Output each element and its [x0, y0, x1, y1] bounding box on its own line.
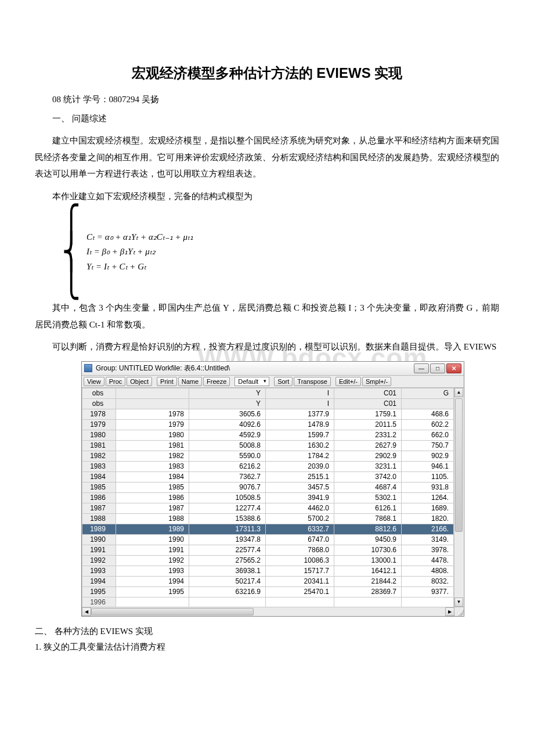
row-obs[interactable]: 1986: [82, 492, 116, 503]
cell[interactable]: 7868.1: [334, 513, 402, 524]
cell[interactable]: 1992: [116, 555, 189, 566]
cell[interactable]: 1991: [116, 545, 189, 555]
cell[interactable]: 2166.: [402, 524, 454, 534]
cell[interactable]: 3978.: [402, 545, 454, 555]
cell[interactable]: 1988: [116, 513, 189, 524]
cell[interactable]: 15388.6: [189, 513, 266, 524]
smpl-toggle-button[interactable]: Smpl+/-: [362, 377, 391, 386]
cell[interactable]: 19347.8: [189, 534, 266, 545]
scroll-down-icon[interactable]: ▼: [454, 597, 463, 607]
cell[interactable]: 1599.7: [266, 430, 334, 440]
table-row[interactable]: 1994199450217.420341.121844.28032.: [82, 576, 454, 586]
col-obs-header-2[interactable]: obs: [82, 398, 116, 409]
row-obs[interactable]: 1987: [82, 503, 116, 513]
cell[interactable]: 1377.9: [266, 409, 334, 419]
cell[interactable]: 21844.2: [334, 576, 402, 586]
cell[interactable]: 902.9: [402, 451, 454, 461]
row-obs[interactable]: 1991: [82, 545, 116, 555]
table-row[interactable]: 198319836216.22039.03231.1946.1: [82, 461, 454, 471]
row-obs[interactable]: 1985: [82, 482, 116, 492]
cell[interactable]: 1984: [116, 471, 189, 482]
cell[interactable]: 13000.1: [334, 555, 402, 566]
cell[interactable]: 5700.2: [266, 513, 334, 524]
edit-toggle-button[interactable]: Edit+/-: [335, 377, 361, 386]
table-row[interactable]: 198119815008.81630.22627.9750.7: [82, 440, 454, 451]
cell[interactable]: 1759.1: [334, 409, 402, 419]
cell[interactable]: 1989: [116, 524, 189, 534]
cell[interactable]: 22577.4: [189, 545, 266, 555]
cell[interactable]: 3742.0: [334, 471, 402, 482]
row-obs[interactable]: 1982: [82, 451, 116, 461]
row-obs[interactable]: 1988: [82, 513, 116, 524]
print-button[interactable]: Print: [157, 377, 177, 386]
sort-button[interactable]: Sort: [274, 377, 293, 386]
horizontal-scrollbar[interactable]: ◀ ▶: [82, 607, 464, 616]
table-row[interactable]: 1991199122577.47868.010730.63978.: [82, 545, 454, 555]
data-grid[interactable]: obs Y I C01 G obs Y I C01: [82, 388, 464, 616]
cell[interactable]: 4092.6: [189, 419, 266, 430]
row-obs[interactable]: 1979: [82, 419, 116, 430]
cell[interactable]: 1630.2: [266, 440, 334, 451]
cell[interactable]: 1979: [116, 419, 189, 430]
cell[interactable]: 5590.0: [189, 451, 266, 461]
row-obs[interactable]: 1992: [82, 555, 116, 566]
cell[interactable]: 1985: [116, 482, 189, 492]
col-1-header[interactable]: [116, 388, 189, 398]
row-obs[interactable]: 1995: [82, 586, 116, 597]
table-row[interactable]: 1988198815388.65700.27868.11820.: [82, 513, 454, 524]
cell[interactable]: 12277.4: [189, 503, 266, 513]
cell[interactable]: 8812.6: [334, 524, 402, 534]
cell[interactable]: 1993: [116, 566, 189, 576]
cell[interactable]: 1478.9: [266, 419, 334, 430]
col-c01-header-2[interactable]: C01: [334, 398, 402, 409]
cell[interactable]: 9076.7: [189, 482, 266, 492]
cell[interactable]: 750.7: [402, 440, 454, 451]
table-row[interactable]: 197819783605.61377.91759.1468.6: [82, 409, 454, 419]
table-row[interactable]: 1992199227565.210086.313000.14478.: [82, 555, 454, 566]
cell[interactable]: 3231.1: [334, 461, 402, 471]
cell[interactable]: 17311.3: [189, 524, 266, 534]
scroll-thumb[interactable]: [455, 398, 463, 532]
view-button[interactable]: View: [84, 377, 104, 386]
resize-grip-icon[interactable]: [454, 607, 464, 616]
cell[interactable]: 1105.: [402, 471, 454, 482]
maximize-button[interactable]: □: [430, 363, 445, 373]
cell[interactable]: 28369.7: [334, 586, 402, 597]
cell[interactable]: 50217.4: [189, 576, 266, 586]
cell[interactable]: 946.1: [402, 461, 454, 471]
row-obs[interactable]: 1990: [82, 534, 116, 545]
col-i-header[interactable]: I: [266, 388, 334, 398]
cell[interactable]: 1264.: [402, 492, 454, 503]
close-button[interactable]: ✕: [446, 363, 461, 373]
freeze-button[interactable]: Freeze: [203, 377, 230, 386]
cell[interactable]: 1978: [116, 409, 189, 419]
cell[interactable]: 4478.: [402, 555, 454, 566]
proc-button[interactable]: Proc: [106, 377, 126, 386]
scroll-right-icon[interactable]: ▶: [445, 607, 454, 616]
cell[interactable]: 1820.: [402, 513, 454, 524]
table-row[interactable]: 1986198610508.53941.95302.11264.: [82, 492, 454, 503]
table-row[interactable]: 1989198917311.36332.78812.62166.: [82, 524, 454, 534]
col-c01-header[interactable]: C01: [334, 388, 402, 398]
cell[interactable]: 468.6: [402, 409, 454, 419]
cell[interactable]: 20341.1: [266, 576, 334, 586]
name-button[interactable]: Name: [178, 377, 202, 386]
row-obs[interactable]: 1989: [82, 524, 116, 534]
col-g-header[interactable]: G: [402, 388, 454, 398]
transpose-button[interactable]: Transpose: [294, 377, 331, 386]
cell[interactable]: 662.0: [402, 430, 454, 440]
cell[interactable]: 10730.6: [334, 545, 402, 555]
cell[interactable]: 1995: [116, 586, 189, 597]
table-row[interactable]: 197919794092.61478.92011.5602.2: [82, 419, 454, 430]
row-obs[interactable]: 1978: [82, 409, 116, 419]
table-row[interactable]: 198419847362.72515.13742.01105.: [82, 471, 454, 482]
cell[interactable]: 8032.: [402, 576, 454, 586]
cell[interactable]: 3605.6: [189, 409, 266, 419]
cell[interactable]: 5302.1: [334, 492, 402, 503]
cell[interactable]: 1990: [116, 534, 189, 545]
cell[interactable]: 5008.8: [189, 440, 266, 451]
col-i-header-2[interactable]: I: [266, 398, 334, 409]
cell[interactable]: 3941.9: [266, 492, 334, 503]
cell[interactable]: 1987: [116, 503, 189, 513]
cell[interactable]: 6332.7: [266, 524, 334, 534]
